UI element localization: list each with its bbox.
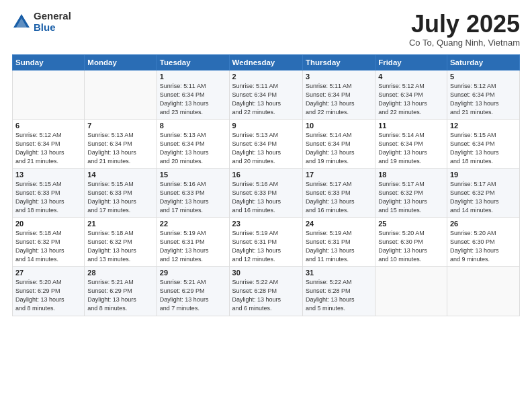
day-info: Sunrise: 5:13 AM Sunset: 6:34 PM Dayligh… bbox=[87, 131, 154, 166]
day-number: 16 bbox=[232, 171, 300, 179]
calendar-cell: 7Sunrise: 5:13 AM Sunset: 6:34 PM Daylig… bbox=[85, 119, 157, 168]
day-info: Sunrise: 5:13 AM Sunset: 6:34 PM Dayligh… bbox=[160, 131, 226, 166]
day-number: 12 bbox=[450, 122, 517, 130]
calendar-week-2: 13Sunrise: 5:15 AM Sunset: 6:33 PM Dayli… bbox=[13, 168, 520, 217]
calendar-table: Sunday Monday Tuesday Wednesday Thursday… bbox=[12, 54, 520, 316]
day-info: Sunrise: 5:12 AM Sunset: 6:34 PM Dayligh… bbox=[378, 82, 444, 117]
day-number: 6 bbox=[15, 122, 81, 130]
day-number: 29 bbox=[160, 269, 226, 277]
page-header: General Blue July 2025 Co To, Quang Ninh… bbox=[12, 11, 520, 48]
day-number: 3 bbox=[306, 73, 372, 81]
calendar-cell: 31Sunrise: 5:22 AM Sunset: 6:28 PM Dayli… bbox=[302, 267, 375, 316]
calendar-cell: 19Sunrise: 5:17 AM Sunset: 6:32 PM Dayli… bbox=[447, 168, 519, 217]
calendar-week-1: 6Sunrise: 5:12 AM Sunset: 6:34 PM Daylig… bbox=[13, 119, 520, 168]
day-number: 13 bbox=[15, 171, 81, 179]
day-number: 8 bbox=[160, 122, 226, 130]
day-number: 17 bbox=[306, 171, 372, 179]
day-info: Sunrise: 5:14 AM Sunset: 6:34 PM Dayligh… bbox=[306, 131, 372, 166]
header-wednesday: Wednesday bbox=[229, 54, 302, 70]
calendar-cell: 12Sunrise: 5:15 AM Sunset: 6:34 PM Dayli… bbox=[447, 119, 519, 168]
day-number: 27 bbox=[15, 269, 81, 277]
day-info: Sunrise: 5:22 AM Sunset: 6:28 PM Dayligh… bbox=[306, 278, 372, 313]
day-info: Sunrise: 5:19 AM Sunset: 6:31 PM Dayligh… bbox=[160, 229, 226, 264]
day-info: Sunrise: 5:21 AM Sunset: 6:29 PM Dayligh… bbox=[160, 278, 226, 313]
calendar-cell: 18Sunrise: 5:17 AM Sunset: 6:32 PM Dayli… bbox=[375, 168, 447, 217]
logo: General Blue bbox=[12, 11, 71, 33]
day-info: Sunrise: 5:12 AM Sunset: 6:34 PM Dayligh… bbox=[15, 131, 81, 166]
calendar-cell: 6Sunrise: 5:12 AM Sunset: 6:34 PM Daylig… bbox=[13, 119, 85, 168]
calendar-cell bbox=[85, 70, 157, 119]
day-info: Sunrise: 5:13 AM Sunset: 6:34 PM Dayligh… bbox=[232, 131, 300, 166]
day-info: Sunrise: 5:11 AM Sunset: 6:34 PM Dayligh… bbox=[232, 82, 300, 117]
calendar-week-0: 1Sunrise: 5:11 AM Sunset: 6:34 PM Daylig… bbox=[13, 70, 520, 119]
logo-icon bbox=[12, 13, 31, 32]
calendar-header-row: Sunday Monday Tuesday Wednesday Thursday… bbox=[13, 54, 520, 70]
calendar-cell: 20Sunrise: 5:18 AM Sunset: 6:32 PM Dayli… bbox=[13, 218, 85, 267]
calendar-cell: 2Sunrise: 5:11 AM Sunset: 6:34 PM Daylig… bbox=[229, 70, 302, 119]
day-info: Sunrise: 5:17 AM Sunset: 6:32 PM Dayligh… bbox=[450, 180, 517, 215]
day-number: 19 bbox=[450, 171, 517, 179]
day-info: Sunrise: 5:16 AM Sunset: 6:33 PM Dayligh… bbox=[160, 180, 226, 215]
day-number: 31 bbox=[306, 269, 372, 277]
calendar-cell bbox=[13, 70, 85, 119]
day-info: Sunrise: 5:15 AM Sunset: 6:33 PM Dayligh… bbox=[87, 180, 154, 215]
day-number: 5 bbox=[450, 73, 517, 81]
day-info: Sunrise: 5:20 AM Sunset: 6:30 PM Dayligh… bbox=[450, 229, 517, 264]
calendar-cell: 4Sunrise: 5:12 AM Sunset: 6:34 PM Daylig… bbox=[375, 70, 447, 119]
calendar-cell: 10Sunrise: 5:14 AM Sunset: 6:34 PM Dayli… bbox=[302, 119, 375, 168]
day-info: Sunrise: 5:17 AM Sunset: 6:33 PM Dayligh… bbox=[306, 180, 372, 215]
calendar-cell: 1Sunrise: 5:11 AM Sunset: 6:34 PM Daylig… bbox=[157, 70, 229, 119]
calendar-cell bbox=[447, 267, 519, 316]
day-info: Sunrise: 5:19 AM Sunset: 6:31 PM Dayligh… bbox=[306, 229, 372, 264]
day-info: Sunrise: 5:14 AM Sunset: 6:34 PM Dayligh… bbox=[378, 131, 444, 166]
calendar-week-4: 27Sunrise: 5:20 AM Sunset: 6:29 PM Dayli… bbox=[13, 267, 520, 316]
day-info: Sunrise: 5:18 AM Sunset: 6:32 PM Dayligh… bbox=[15, 229, 81, 264]
day-info: Sunrise: 5:21 AM Sunset: 6:29 PM Dayligh… bbox=[87, 278, 154, 313]
header-tuesday: Tuesday bbox=[157, 54, 229, 70]
day-info: Sunrise: 5:11 AM Sunset: 6:34 PM Dayligh… bbox=[306, 82, 372, 117]
day-info: Sunrise: 5:17 AM Sunset: 6:32 PM Dayligh… bbox=[378, 180, 444, 215]
calendar-cell: 16Sunrise: 5:16 AM Sunset: 6:33 PM Dayli… bbox=[229, 168, 302, 217]
calendar-cell: 8Sunrise: 5:13 AM Sunset: 6:34 PM Daylig… bbox=[157, 119, 229, 168]
day-number: 4 bbox=[378, 73, 444, 81]
day-number: 7 bbox=[87, 122, 154, 130]
header-friday: Friday bbox=[375, 54, 447, 70]
day-number: 28 bbox=[87, 269, 154, 277]
day-number: 10 bbox=[306, 122, 372, 130]
day-info: Sunrise: 5:15 AM Sunset: 6:34 PM Dayligh… bbox=[450, 131, 517, 166]
header-thursday: Thursday bbox=[302, 54, 375, 70]
calendar-cell: 27Sunrise: 5:20 AM Sunset: 6:29 PM Dayli… bbox=[13, 267, 85, 316]
day-info: Sunrise: 5:11 AM Sunset: 6:34 PM Dayligh… bbox=[160, 82, 226, 117]
calendar-cell: 15Sunrise: 5:16 AM Sunset: 6:33 PM Dayli… bbox=[157, 168, 229, 217]
day-number: 9 bbox=[232, 122, 300, 130]
calendar-cell: 11Sunrise: 5:14 AM Sunset: 6:34 PM Dayli… bbox=[375, 119, 447, 168]
calendar-cell: 25Sunrise: 5:20 AM Sunset: 6:30 PM Dayli… bbox=[375, 218, 447, 267]
title-block: July 2025 Co To, Quang Ninh, Vietnam bbox=[409, 11, 520, 48]
calendar-cell: 3Sunrise: 5:11 AM Sunset: 6:34 PM Daylig… bbox=[302, 70, 375, 119]
header-sunday: Sunday bbox=[13, 54, 85, 70]
calendar-cell: 24Sunrise: 5:19 AM Sunset: 6:31 PM Dayli… bbox=[302, 218, 375, 267]
calendar-cell: 9Sunrise: 5:13 AM Sunset: 6:34 PM Daylig… bbox=[229, 119, 302, 168]
day-info: Sunrise: 5:15 AM Sunset: 6:33 PM Dayligh… bbox=[15, 180, 81, 215]
calendar-cell: 30Sunrise: 5:22 AM Sunset: 6:28 PM Dayli… bbox=[229, 267, 302, 316]
header-monday: Monday bbox=[85, 54, 157, 70]
day-info: Sunrise: 5:22 AM Sunset: 6:28 PM Dayligh… bbox=[232, 278, 300, 313]
day-info: Sunrise: 5:20 AM Sunset: 6:29 PM Dayligh… bbox=[15, 278, 81, 313]
day-number: 14 bbox=[87, 171, 154, 179]
calendar-week-3: 20Sunrise: 5:18 AM Sunset: 6:32 PM Dayli… bbox=[13, 218, 520, 267]
day-number: 30 bbox=[232, 269, 300, 277]
header-saturday: Saturday bbox=[447, 54, 519, 70]
logo-blue: Blue bbox=[34, 22, 71, 34]
calendar-cell: 26Sunrise: 5:20 AM Sunset: 6:30 PM Dayli… bbox=[447, 218, 519, 267]
day-number: 21 bbox=[87, 220, 154, 228]
day-info: Sunrise: 5:19 AM Sunset: 6:31 PM Dayligh… bbox=[232, 229, 300, 264]
location: Co To, Quang Ninh, Vietnam bbox=[409, 38, 520, 48]
day-number: 2 bbox=[232, 73, 300, 81]
day-number: 18 bbox=[378, 171, 444, 179]
logo-general: General bbox=[34, 11, 71, 22]
month-title: July 2025 bbox=[409, 11, 520, 38]
day-number: 15 bbox=[160, 171, 226, 179]
day-number: 26 bbox=[450, 220, 517, 228]
calendar-cell: 22Sunrise: 5:19 AM Sunset: 6:31 PM Dayli… bbox=[157, 218, 229, 267]
day-info: Sunrise: 5:16 AM Sunset: 6:33 PM Dayligh… bbox=[232, 180, 300, 215]
